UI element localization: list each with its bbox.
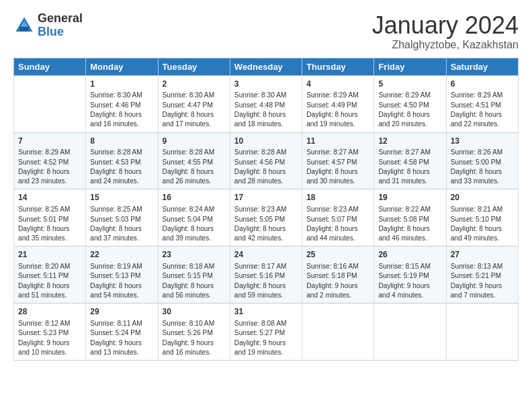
calendar-week-row: 14 Sunrise: 8:25 AM Sunset: 5:01 PM Dayl… xyxy=(14,189,519,246)
daylight-text: Daylight: 8 hours and 31 minutes. xyxy=(378,168,429,185)
daylight-text: Daylight: 8 hours and 37 minutes. xyxy=(90,225,141,242)
day-number: 18 xyxy=(306,192,369,203)
day-number: 12 xyxy=(378,136,441,147)
sunset-text: Sunset: 4:46 PM xyxy=(90,101,140,109)
calendar-cell: 15 Sunrise: 8:25 AM Sunset: 5:03 PM Dayl… xyxy=(86,189,158,246)
sunset-text: Sunset: 5:03 PM xyxy=(90,216,140,223)
calendar-cell: 29 Sunrise: 8:11 AM Sunset: 5:24 PM Dayl… xyxy=(86,304,158,361)
sunrise-text: Sunrise: 8:22 AM xyxy=(378,205,431,213)
sunset-text: Sunset: 4:57 PM xyxy=(306,158,357,166)
sunset-text: Sunset: 4:56 PM xyxy=(234,158,285,166)
daylight-text: Daylight: 8 hours and 51 minutes. xyxy=(18,282,69,299)
sunset-text: Sunset: 5:05 PM xyxy=(234,216,285,223)
calendar-cell xyxy=(14,75,86,132)
sunrise-text: Sunrise: 8:30 AM xyxy=(90,91,142,99)
day-number: 1 xyxy=(90,79,153,90)
logo: General Blue xyxy=(13,12,83,39)
daylight-text: Daylight: 9 hours and 7 minutes. xyxy=(451,282,502,299)
sunset-text: Sunset: 5:24 PM xyxy=(90,329,140,336)
sunrise-text: Sunrise: 8:24 AM xyxy=(163,205,215,213)
calendar-cell xyxy=(446,304,518,361)
sunrise-text: Sunrise: 8:15 AM xyxy=(378,263,431,270)
daylight-text: Daylight: 8 hours and 46 minutes. xyxy=(378,225,429,242)
calendar-cell: 14 Sunrise: 8:25 AM Sunset: 5:01 PM Dayl… xyxy=(14,189,86,246)
sunrise-text: Sunrise: 8:21 AM xyxy=(451,205,503,213)
daylight-text: Daylight: 9 hours and 13 minutes. xyxy=(90,339,141,356)
daylight-text: Daylight: 9 hours and 4 minutes. xyxy=(378,282,429,299)
day-header-wednesday: Wednesday xyxy=(230,58,302,75)
sunrise-text: Sunrise: 8:29 AM xyxy=(18,148,71,156)
day-number: 31 xyxy=(234,306,298,318)
day-number: 23 xyxy=(163,249,226,261)
daylight-text: Daylight: 8 hours and 19 minutes. xyxy=(306,111,357,128)
daylight-text: Daylight: 9 hours and 19 minutes. xyxy=(234,339,285,356)
sunset-text: Sunset: 5:18 PM xyxy=(306,272,357,279)
sunrise-text: Sunrise: 8:23 AM xyxy=(306,205,359,213)
calendar-cell: 10 Sunrise: 8:28 AM Sunset: 4:56 PM Dayl… xyxy=(230,132,302,189)
sunrise-text: Sunrise: 8:08 AM xyxy=(234,320,287,327)
calendar-cell: 24 Sunrise: 8:17 AM Sunset: 5:16 PM Dayl… xyxy=(230,246,302,304)
sunrise-text: Sunrise: 8:28 AM xyxy=(90,148,142,156)
sunset-text: Sunset: 5:13 PM xyxy=(90,272,140,279)
calendar-cell: 19 Sunrise: 8:22 AM Sunset: 5:08 PM Dayl… xyxy=(374,189,446,246)
calendar-table: SundayMondayTuesdayWednesdayThursdayFrid… xyxy=(13,58,519,361)
sunrise-text: Sunrise: 8:18 AM xyxy=(163,263,215,270)
day-header-tuesday: Tuesday xyxy=(158,58,230,75)
sunset-text: Sunset: 5:04 PM xyxy=(163,216,213,223)
sunset-text: Sunset: 5:10 PM xyxy=(451,216,501,223)
calendar-cell: 16 Sunrise: 8:24 AM Sunset: 5:04 PM Dayl… xyxy=(158,189,230,246)
daylight-text: Daylight: 9 hours and 16 minutes. xyxy=(163,339,214,356)
calendar-cell: 13 Sunrise: 8:26 AM Sunset: 5:00 PM Dayl… xyxy=(446,132,518,189)
day-number: 2 xyxy=(163,79,226,90)
sunrise-text: Sunrise: 8:20 AM xyxy=(18,263,71,270)
day-number: 10 xyxy=(234,136,298,147)
calendar-week-row: 21 Sunrise: 8:20 AM Sunset: 5:11 PM Dayl… xyxy=(14,246,519,304)
sunset-text: Sunset: 5:11 PM xyxy=(18,272,69,279)
day-number: 5 xyxy=(378,79,441,90)
daylight-text: Daylight: 8 hours and 23 minutes. xyxy=(18,168,69,185)
daylight-text: Daylight: 8 hours and 42 minutes. xyxy=(234,225,285,242)
calendar-cell xyxy=(374,304,446,361)
calendar-cell: 30 Sunrise: 8:10 AM Sunset: 5:26 PM Dayl… xyxy=(158,304,230,361)
day-number: 27 xyxy=(451,249,514,261)
calendar-cell: 1 Sunrise: 8:30 AM Sunset: 4:46 PM Dayli… xyxy=(86,75,158,132)
sunset-text: Sunset: 5:00 PM xyxy=(451,158,501,166)
day-number: 21 xyxy=(18,249,81,261)
sunrise-text: Sunrise: 8:25 AM xyxy=(18,205,71,213)
sunset-text: Sunset: 5:01 PM xyxy=(18,216,69,223)
sunrise-text: Sunrise: 8:10 AM xyxy=(163,320,215,327)
logo-icon xyxy=(13,15,35,36)
calendar-cell: 27 Sunrise: 8:13 AM Sunset: 5:21 PM Dayl… xyxy=(446,246,518,304)
sunset-text: Sunset: 4:47 PM xyxy=(163,101,213,109)
day-number: 15 xyxy=(90,192,153,203)
day-number: 26 xyxy=(378,249,441,261)
sunset-text: Sunset: 5:23 PM xyxy=(18,329,69,336)
sunset-text: Sunset: 5:27 PM xyxy=(234,329,285,336)
calendar-cell: 21 Sunrise: 8:20 AM Sunset: 5:11 PM Dayl… xyxy=(14,246,86,304)
sunrise-text: Sunrise: 8:13 AM xyxy=(451,263,503,270)
calendar-cell: 4 Sunrise: 8:29 AM Sunset: 4:49 PM Dayli… xyxy=(302,75,374,132)
calendar-cell: 18 Sunrise: 8:23 AM Sunset: 5:07 PM Dayl… xyxy=(302,189,374,246)
sunset-text: Sunset: 4:55 PM xyxy=(163,158,213,166)
page-header: General Blue January 2024 Zhalghyztobe, … xyxy=(13,12,519,51)
sunrise-text: Sunrise: 8:23 AM xyxy=(234,205,287,213)
sunset-text: Sunset: 4:53 PM xyxy=(90,158,140,166)
calendar-cell: 5 Sunrise: 8:29 AM Sunset: 4:50 PM Dayli… xyxy=(374,75,446,132)
calendar-cell: 17 Sunrise: 8:23 AM Sunset: 5:05 PM Dayl… xyxy=(230,189,302,246)
sunset-text: Sunset: 4:51 PM xyxy=(451,101,501,109)
sunrise-text: Sunrise: 8:27 AM xyxy=(378,148,431,156)
svg-rect-2 xyxy=(19,27,29,32)
sunset-text: Sunset: 4:58 PM xyxy=(378,158,429,166)
sunrise-text: Sunrise: 8:17 AM xyxy=(234,263,287,270)
daylight-text: Daylight: 8 hours and 35 minutes. xyxy=(18,225,69,242)
day-number: 13 xyxy=(451,136,514,147)
sunrise-text: Sunrise: 8:25 AM xyxy=(90,205,142,213)
daylight-text: Daylight: 8 hours and 56 minutes. xyxy=(163,282,214,299)
daylight-text: Daylight: 8 hours and 44 minutes. xyxy=(306,225,357,242)
day-header-thursday: Thursday xyxy=(302,58,374,75)
sunrise-text: Sunrise: 8:27 AM xyxy=(306,148,359,156)
daylight-text: Daylight: 8 hours and 49 minutes. xyxy=(451,225,502,242)
daylight-text: Daylight: 8 hours and 33 minutes. xyxy=(451,168,502,185)
daylight-text: Daylight: 8 hours and 28 minutes. xyxy=(234,168,285,185)
sunrise-text: Sunrise: 8:19 AM xyxy=(90,263,142,270)
